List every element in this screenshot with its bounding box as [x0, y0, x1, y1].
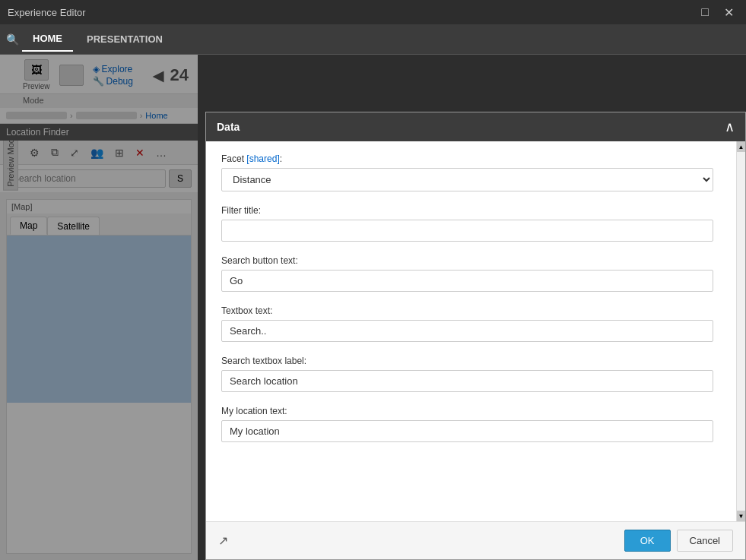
- facet-label: Facet [shared]:: [221, 153, 713, 164]
- search-icon: 🔍: [6, 33, 19, 46]
- close-button[interactable]: ✕: [719, 4, 738, 21]
- modal-footer: ↗ OK Cancel: [206, 521, 745, 559]
- tab-presentation[interactable]: PRESENTATION: [76, 27, 173, 51]
- search-button-text-input[interactable]: [221, 270, 713, 292]
- modal-title: Data: [217, 121, 240, 133]
- search-button-text-field-group: Search button text:: [221, 255, 713, 292]
- scroll-down-button[interactable]: ▼: [737, 511, 745, 521]
- filter-title-field-group: Filter title:: [221, 205, 713, 242]
- search-textbox-label-label: Search textbox label:: [221, 356, 713, 366]
- textbox-text-field-group: Textbox text:: [221, 305, 713, 342]
- title-bar-left: Experience Editor: [8, 7, 86, 18]
- cancel-button[interactable]: Cancel: [677, 530, 733, 552]
- title-bar: Experience Editor □ ✕: [0, 0, 746, 24]
- textbox-text-label: Textbox text:: [221, 305, 713, 316]
- modal-dialog: Data ∧ Facet [shared]: Distance Name Rat…: [205, 112, 746, 560]
- search-textbox-label-input[interactable]: [221, 370, 713, 392]
- filter-title-input[interactable]: [221, 220, 713, 242]
- textbox-text-input[interactable]: [221, 320, 713, 342]
- my-location-text-input[interactable]: [221, 420, 713, 442]
- modal-scrollbar: ▲ ▼: [736, 141, 745, 521]
- my-location-text-field-group: My location text:: [221, 406, 713, 442]
- modal-content-scroll[interactable]: Facet [shared]: Distance Name Rating Rel…: [206, 141, 736, 521]
- main-layout: Preview Mode 🖼 Preview ◈ Explore: [0, 55, 746, 560]
- title-bar-controls: □ ✕: [697, 4, 738, 21]
- cursor-icon: ↗: [218, 533, 618, 548]
- search-button-text-label: Search button text:: [221, 255, 713, 266]
- modal-body: Facet [shared]: Distance Name Rating Rel…: [206, 141, 745, 521]
- tab-home[interactable]: HOME: [22, 27, 73, 52]
- my-location-text-label: My location text:: [221, 406, 713, 416]
- facet-field-group: Facet [shared]: Distance Name Rating Rel…: [221, 153, 713, 191]
- app-title: Experience Editor: [8, 7, 86, 18]
- main-toolbar: 🔍 HOME PRESENTATION: [0, 24, 746, 55]
- facet-select[interactable]: Distance Name Rating Relevance: [221, 168, 713, 191]
- modal-header: Data ∧: [206, 112, 745, 141]
- search-textbox-label-field-group: Search textbox label:: [221, 356, 713, 392]
- minimize-button[interactable]: □: [697, 4, 713, 21]
- ok-button[interactable]: OK: [624, 530, 671, 552]
- modal-collapse-button[interactable]: ∧: [725, 120, 735, 134]
- scroll-up-button[interactable]: ▲: [737, 141, 745, 152]
- filter-title-label: Filter title:: [221, 205, 713, 216]
